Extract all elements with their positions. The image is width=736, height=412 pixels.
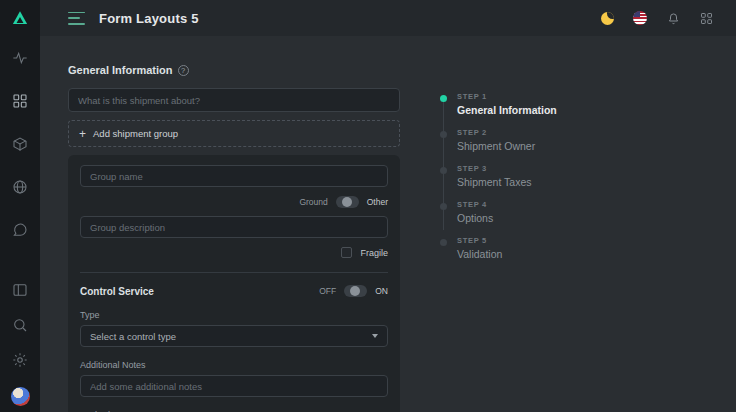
group-name-input[interactable] <box>80 165 388 187</box>
control-service-label: Control Service <box>80 286 154 297</box>
step-label: STEP 3 <box>457 164 557 173</box>
app-logo[interactable] <box>0 0 40 36</box>
stepper-step-5[interactable]: STEP 5 Validation <box>440 236 557 260</box>
theme-toggle-button[interactable] <box>599 10 615 26</box>
fragile-label: Fragile <box>360 248 388 258</box>
chevron-down-icon <box>372 334 378 338</box>
cog-icon[interactable] <box>12 352 28 368</box>
step-title: Options <box>457 212 557 224</box>
group-description-input[interactable] <box>80 216 388 238</box>
control-service-row: Control Service OFF ON <box>80 285 388 297</box>
add-shipment-group-label: Add shipment group <box>93 128 178 139</box>
off-on-toggle-group: OFF ON <box>319 285 388 297</box>
stepper-step-4[interactable]: STEP 4 Options <box>440 200 557 224</box>
ground-other-toggle[interactable] <box>336 196 359 208</box>
header: Form Layouts 5 <box>40 0 736 36</box>
general-information-section: General Information ? + Add shipment gro… <box>68 64 400 412</box>
columns-icon[interactable] <box>12 282 28 298</box>
ground-label: Ground <box>299 197 327 207</box>
step-title: Shipment Owner <box>457 140 557 152</box>
section-title-text: General Information <box>68 64 173 76</box>
search-icon[interactable] <box>12 317 28 333</box>
step-dot <box>440 167 447 174</box>
control-type-select[interactable]: Select a control type <box>80 325 388 347</box>
on-label: ON <box>375 286 388 296</box>
step-dot <box>440 95 447 102</box>
additional-notes-label: Additional Notes <box>80 360 388 370</box>
apps-button[interactable] <box>698 10 714 26</box>
activity-icon[interactable] <box>12 50 28 66</box>
additional-notes-input[interactable] <box>80 375 388 397</box>
step-label: STEP 2 <box>457 128 557 137</box>
grid-icon[interactable] <box>12 93 28 109</box>
shipment-about-input[interactable] <box>68 88 400 112</box>
help-icon: ? <box>178 65 189 76</box>
moon-icon <box>601 12 614 25</box>
page-title: Form Layouts 5 <box>99 11 199 26</box>
chat-icon[interactable] <box>12 222 28 238</box>
control-type-value: Select a control type <box>90 331 176 342</box>
sidebar-nav-bottom <box>11 282 30 412</box>
plus-icon: + <box>79 128 86 140</box>
step-label: STEP 4 <box>457 200 557 209</box>
user-avatar[interactable] <box>11 387 30 406</box>
package-icon[interactable] <box>12 136 28 152</box>
shipment-group-card: Ground Other Fragile Control Service OFF… <box>68 155 400 412</box>
globe-icon[interactable] <box>12 179 28 195</box>
off-label: OFF <box>319 286 336 296</box>
step-label: STEP 5 <box>457 236 557 245</box>
notifications-button[interactable] <box>665 10 681 26</box>
fragile-row: Fragile <box>80 247 388 258</box>
divider <box>80 272 388 273</box>
stepper-step-1[interactable]: STEP 1 General Information <box>440 92 557 116</box>
hamburger-menu-icon[interactable] <box>68 12 85 25</box>
step-title: Shipment Taxes <box>457 176 557 188</box>
step-title: General Information <box>457 104 557 116</box>
ground-other-toggle-row: Ground Other <box>80 196 388 208</box>
wizard-stepper: STEP 1 General Information STEP 2 Shipme… <box>440 92 557 272</box>
us-flag-icon <box>633 11 647 25</box>
sidebar <box>0 0 40 412</box>
step-title: Validation <box>457 248 557 260</box>
add-shipment-group-button[interactable]: + Add shipment group <box>79 128 178 140</box>
app-root: Form Layouts 5 General Information ? + A… <box>0 0 736 412</box>
fragile-checkbox[interactable] <box>341 247 352 258</box>
step-dot <box>440 131 447 138</box>
control-service-toggle[interactable] <box>344 285 367 297</box>
step-label: STEP 1 <box>457 92 557 101</box>
header-actions <box>599 10 714 26</box>
add-shipment-group-zone: + Add shipment group <box>68 120 400 147</box>
language-button[interactable] <box>632 10 648 26</box>
other-label: Other <box>367 197 388 207</box>
stepper-step-3[interactable]: STEP 3 Shipment Taxes <box>440 164 557 188</box>
type-label: Type <box>80 310 388 320</box>
sidebar-nav-top <box>12 50 28 238</box>
apps-grid-icon <box>699 11 714 26</box>
stepper-step-2[interactable]: STEP 2 Shipment Owner <box>440 128 557 152</box>
step-dot <box>440 203 447 210</box>
bell-icon <box>666 11 681 26</box>
section-title: General Information ? <box>68 64 400 76</box>
step-dot <box>440 239 447 246</box>
